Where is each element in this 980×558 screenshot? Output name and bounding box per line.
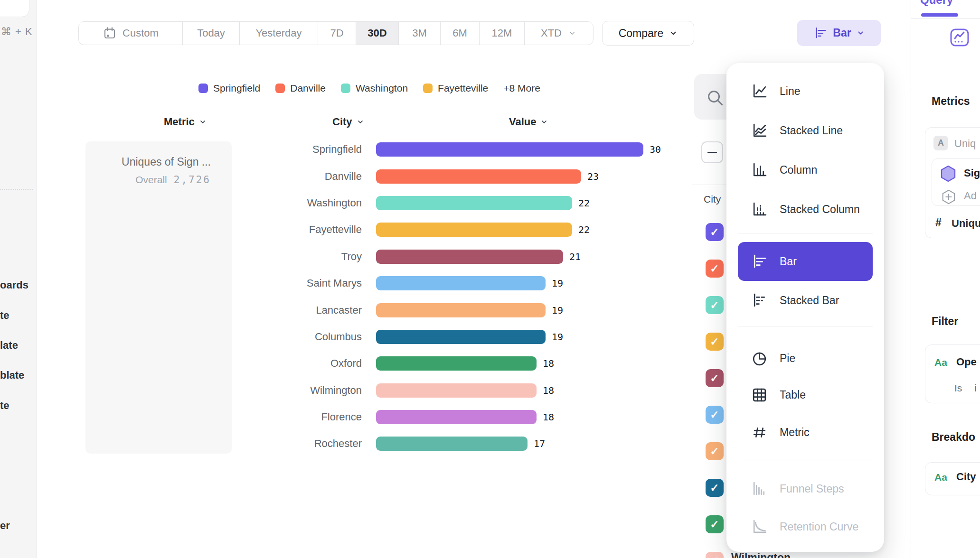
bar-value: 18	[543, 358, 554, 369]
breakdown-property[interactable]: City	[956, 471, 976, 483]
city-checkbox[interactable]: ✓	[706, 515, 724, 533]
range-button-7d[interactable]: 7D	[318, 22, 356, 45]
collapse-all-button[interactable]	[701, 141, 723, 163]
legend: SpringfieldDanvilleWashingtonFayettevill…	[198, 83, 540, 94]
sidebar-tab-border	[911, 18, 980, 19]
range-button-6m[interactable]: 6M	[440, 22, 479, 45]
city-checkbox[interactable]: ✓	[706, 406, 724, 424]
bar-row: Wilmington18	[256, 377, 736, 404]
city-checkbox[interactable]: ✓	[706, 260, 724, 278]
event-name-truncated[interactable]: Sig	[964, 167, 980, 179]
check-icon: ✓	[710, 226, 719, 239]
sidebar-item-truncated[interactable]: oards	[0, 279, 28, 291]
bar[interactable]	[376, 410, 537, 424]
bar-value: 30	[650, 144, 661, 155]
range-button-custom[interactable]: Custom	[79, 22, 182, 45]
city-checkbox[interactable]: ✓	[706, 552, 724, 558]
bar[interactable]	[376, 196, 572, 210]
chevron-down-icon	[567, 28, 577, 38]
stacked-line-icon	[750, 122, 768, 140]
keyboard-shortcut: ⌘ + K	[1, 26, 33, 38]
range-label: Today	[197, 27, 225, 39]
bar[interactable]	[376, 330, 546, 344]
search-card-partial[interactable]	[0, 0, 29, 17]
bar-row: Lancaster19	[256, 297, 736, 323]
peek-list-item-label[interactable]: Wilmington	[731, 551, 791, 558]
filter-operator[interactable]: Is	[954, 382, 962, 394]
menu-item-column[interactable]: Column	[726, 150, 884, 189]
category-label: Oxford	[256, 357, 376, 370]
add-label-truncated[interactable]: Ad	[964, 190, 977, 202]
legend-item[interactable]: Washington	[341, 83, 408, 94]
metric-card[interactable]: Uniques of Sign ... Overall2,726	[85, 141, 232, 454]
menu-item-bar[interactable]: Bar	[738, 242, 873, 281]
add-event-hexagon-icon[interactable]	[941, 189, 956, 207]
chart-type-button[interactable]: Bar	[797, 20, 881, 46]
bar[interactable]	[376, 250, 563, 264]
legend-item[interactable]: Springfield	[198, 83, 260, 94]
breakdown-heading: Breakdo	[932, 431, 975, 444]
chevron-down-icon	[199, 118, 207, 126]
menu-item-stacked-bar[interactable]: Stacked Bar	[726, 281, 884, 320]
city-checkbox[interactable]: ✓	[706, 369, 724, 387]
city-checkbox[interactable]: ✓	[706, 442, 724, 460]
bar[interactable]	[376, 142, 643, 157]
sidebar-item-truncated[interactable]: te	[0, 309, 9, 322]
sidebar-item-truncated[interactable]: er	[0, 520, 10, 532]
filter-heading: Filter	[932, 315, 958, 328]
bar[interactable]	[376, 356, 537, 371]
city-checkbox[interactable]: ✓	[706, 223, 724, 241]
bar[interactable]	[376, 303, 546, 317]
menu-item-stacked-line[interactable]: Stacked Line	[726, 111, 884, 150]
bar-row: Saint Marys19	[256, 270, 736, 297]
range-button-30d[interactable]: 30D	[356, 22, 398, 45]
menu-item-pie[interactable]: Pie	[726, 339, 884, 378]
range-button-today[interactable]: Today	[182, 22, 239, 45]
range-button-12m[interactable]: 12M	[479, 22, 524, 45]
unique-label-truncated[interactable]: Uniqu	[952, 217, 980, 230]
menu-item-label: Retention Curve	[780, 521, 858, 533]
header-city[interactable]: City	[332, 116, 364, 128]
bar[interactable]	[376, 169, 581, 184]
city-checkbox[interactable]: ✓	[706, 479, 724, 497]
sidebar-item-truncated[interactable]: late	[0, 339, 18, 352]
header-metric[interactable]: Metric	[164, 116, 207, 128]
legend-more[interactable]: +8 More	[503, 83, 540, 94]
compare-button[interactable]: Compare	[602, 21, 694, 46]
column-icon	[750, 161, 768, 179]
sidebar-item-truncated[interactable]: te	[0, 400, 9, 412]
bar[interactable]	[376, 276, 546, 290]
bar-chart-icon	[813, 26, 828, 40]
city-checkbox[interactable]: ✓	[706, 296, 724, 314]
bar[interactable]	[376, 437, 528, 451]
bar[interactable]	[376, 223, 572, 237]
city-checkbox[interactable]: ✓	[706, 333, 724, 351]
check-icon: ✓	[710, 335, 719, 348]
retention-icon	[750, 518, 768, 536]
header-value[interactable]: Value	[509, 116, 548, 128]
sidebar-item-truncated[interactable]: blate	[0, 369, 24, 381]
overall-value: 2,726	[174, 174, 211, 186]
string-property-icon: Aa	[934, 472, 947, 483]
check-icon: ✓	[710, 299, 719, 312]
menu-item-line[interactable]: Line	[726, 72, 884, 111]
legend-item[interactable]: Danville	[275, 83, 326, 94]
insights-chart-icon[interactable]	[949, 27, 970, 50]
legend-swatch	[198, 84, 208, 93]
category-label: Springfield	[256, 143, 376, 156]
bar[interactable]	[376, 383, 537, 398]
menu-item-table[interactable]: Table	[726, 375, 884, 414]
category-label: Danville	[256, 170, 376, 183]
filter-value-truncated[interactable]: i	[974, 382, 977, 394]
tab-query[interactable]: Query	[920, 0, 953, 7]
metric-name-truncated[interactable]: Uniq	[954, 138, 976, 150]
range-button-yesterday[interactable]: Yesterday	[239, 22, 318, 45]
minus-icon	[707, 152, 717, 153]
filter-property-truncated[interactable]: Ope	[956, 356, 977, 368]
city-group-label: City	[704, 194, 721, 205]
range-button-3m[interactable]: 3M	[398, 22, 440, 45]
menu-item-stacked-column[interactable]: Stacked Column	[726, 190, 884, 229]
legend-item[interactable]: Fayetteville	[423, 83, 488, 94]
menu-item-metric[interactable]: Metric	[726, 413, 884, 452]
range-button-xtd[interactable]: XTD	[524, 22, 593, 45]
